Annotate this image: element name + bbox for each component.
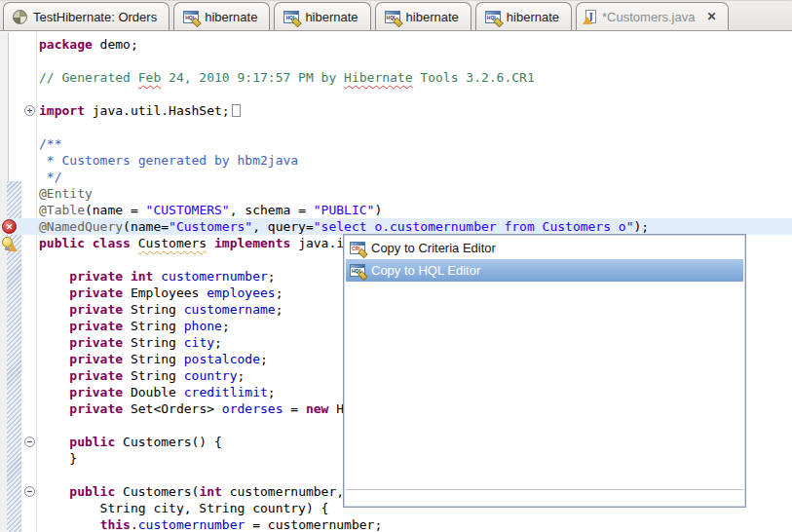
code-segment: demo; (93, 37, 138, 52)
code-segment (39, 302, 69, 317)
code-segment: @Table (39, 203, 85, 217)
code-line[interactable]: @NamedQuery(name="Customers", query="sel… (8, 218, 792, 235)
code-segment: ); (634, 219, 650, 234)
code-segment: java.i (290, 236, 344, 250)
editor-tab[interactable]: HQLhibernate (375, 2, 471, 30)
code-segment: String (123, 368, 184, 383)
eclipse-editor-window: TestHibernate: OrdersHQLhibernateHQLhibe… (0, 0, 792, 532)
code-segment: = customernumber; (245, 517, 382, 532)
editor-tab[interactable]: J*Customers.java✕ (576, 2, 729, 30)
code-segment: phone (184, 319, 222, 333)
editor-tab[interactable]: HQLhibernate (173, 2, 270, 30)
code-segment (131, 236, 138, 250)
quickfix-bulb-icon[interactable] (2, 236, 18, 251)
close-icon[interactable]: ✕ (706, 10, 716, 23)
code-segment: @NamedQuery (39, 219, 123, 234)
code-segment: 24, 2010 9:17:57 PM by (161, 70, 344, 85)
code-segment: public (69, 484, 115, 499)
code-segment: String (123, 335, 184, 350)
code-line[interactable]: @Entity (21, 185, 792, 202)
menu-item-label: Copy to HQL Editor (371, 263, 480, 278)
code-segment: Employees (123, 285, 207, 300)
code-line[interactable]: */ (21, 169, 792, 185)
tab-label: *Customers.java (602, 10, 695, 24)
criteria-editor-icon: CRI (350, 242, 365, 254)
code-segment: "Customers" (169, 219, 252, 234)
code-segment: country (184, 368, 238, 383)
code-segment: customername (184, 302, 276, 317)
code-segment: , schema = (230, 203, 314, 217)
fold-marker-collapsed[interactable]: + (24, 105, 35, 116)
code-segment: int (199, 484, 221, 499)
code-segment: // Generated (39, 70, 138, 85)
copy-to-editor-popup: CRICopy to Criteria EditorHQLCopy to HQL… (343, 234, 746, 508)
code-line[interactable]: import java.util.HashSet; (21, 102, 792, 119)
editor-tab[interactable]: HQLhibernate (274, 2, 370, 30)
code-segment: ; (276, 285, 283, 300)
hql-editor-icon: HQL (283, 11, 299, 23)
code-line[interactable] (21, 86, 792, 102)
code-segment: Customers( (115, 484, 199, 499)
java-file-warning-icon: J (585, 10, 596, 23)
code-line[interactable]: package demo; (21, 36, 792, 53)
code-segment: customernumber, (222, 484, 344, 499)
fold-marker-expanded[interactable]: − (24, 437, 35, 447)
code-segment: ; (268, 269, 276, 284)
code-segment: "CUSTOMERS" (146, 203, 230, 217)
code-segment: H (328, 401, 344, 416)
tab-label: hibernate (507, 10, 559, 24)
code-line[interactable]: @Table(name = "CUSTOMERS", schema = "PUB… (21, 202, 792, 218)
error-icon[interactable]: ✕ (2, 219, 17, 234)
code-segment: package (39, 37, 93, 52)
code-segment: employees (207, 285, 275, 300)
code-segment: private (69, 285, 123, 300)
code-segment: , query= (252, 219, 314, 234)
editor-tab[interactable]: TestHibernate: Orders (3, 2, 170, 30)
code-segment: ; (214, 335, 222, 350)
warning-overlay-icon (583, 17, 592, 24)
code-segment: String city, String country) { (39, 501, 328, 515)
code-segment (207, 236, 214, 250)
tab-label: hibernate (205, 10, 257, 24)
popup-menu-item[interactable]: HQLCopy to HQL Editor (346, 259, 743, 282)
console-config-icon (13, 10, 27, 24)
popup-menu-item[interactable]: CRICopy to Criteria Editor (346, 237, 743, 259)
code-line[interactable]: // Generated Feb 24, 2010 9:17:57 PM by … (21, 69, 792, 86)
code-segment: import (39, 103, 85, 118)
menu-item-label: Copy to Criteria Editor (371, 241, 496, 255)
code-segment (39, 368, 69, 383)
code-segment: private (69, 319, 123, 333)
tab-label: hibernate (406, 10, 459, 24)
editor-tab[interactable]: HQLhibernate (475, 2, 572, 30)
code-segment (39, 335, 69, 350)
code-segment: Tools 3.2.6.CR1 (413, 70, 535, 85)
code-segment: ; (222, 319, 230, 333)
code-segment: public class (39, 236, 131, 250)
hql-editor-icon: HQL (485, 11, 501, 23)
code-segment: "select o.customernumber from Customers … (314, 219, 634, 234)
pencil-overlay-icon (292, 17, 303, 27)
code-segment: customernumber (138, 517, 245, 532)
code-line[interactable]: * Customers generated by hbm2java (21, 152, 792, 169)
code-segment: String (123, 352, 184, 366)
code-segment: ; (268, 385, 276, 399)
fold-marker-expanded[interactable]: − (24, 486, 35, 497)
code-segment: Feb (138, 70, 161, 85)
code-segment: postalcode (184, 352, 260, 366)
code-segment: private (69, 352, 123, 366)
code-segment (39, 484, 69, 499)
code-line[interactable] (21, 53, 792, 69)
code-segment: private (69, 368, 123, 383)
code-segment: ; (238, 368, 245, 383)
code-segment: private (69, 401, 123, 416)
popup-item-list: CRICopy to Criteria EditorHQLCopy to HQL… (344, 237, 745, 282)
pencil-overlay-icon (191, 17, 202, 27)
code-line[interactable]: /** (21, 135, 792, 152)
code-line[interactable] (21, 119, 792, 135)
hql-editor-icon: HQL (183, 11, 199, 23)
code-segment: Customers (138, 236, 207, 250)
editor-tab-bar: TestHibernate: OrdersHQLhibernateHQLhibe… (0, 0, 792, 31)
code-segment: Double (123, 385, 184, 399)
pencil-overlay-icon (358, 248, 368, 259)
code-line[interactable]: this.customernumber = customernumber; (21, 516, 792, 532)
